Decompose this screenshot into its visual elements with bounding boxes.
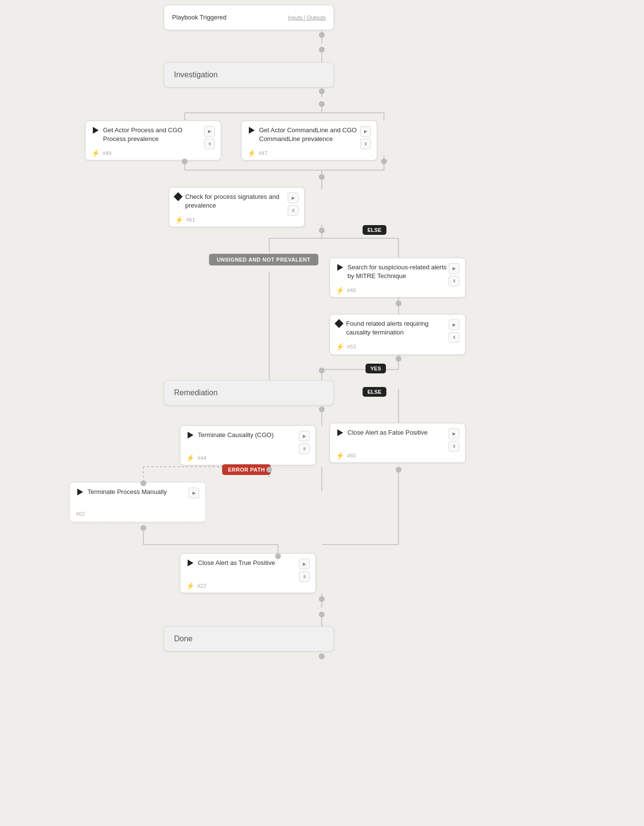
bolt-icon-6: ⚡ bbox=[186, 454, 194, 462]
inputs-outputs-link[interactable]: Inputs / Outputs bbox=[288, 15, 326, 20]
arrow-icon-4 bbox=[186, 431, 195, 439]
connector-dot-13 bbox=[266, 467, 272, 473]
remediation-node: Remediation bbox=[164, 380, 334, 405]
arrow-icon-5 bbox=[336, 428, 345, 437]
workflow-canvas: Playbook Triggered Inputs / Outputs Inve… bbox=[0, 0, 644, 826]
get-actor-commandline-node: Get Actor CommandLine and CGO CommandLin… bbox=[241, 121, 377, 160]
play-btn-3[interactable]: ▶ bbox=[288, 193, 298, 203]
search-suspicious-id: #46 bbox=[347, 287, 356, 293]
svg-marker-41 bbox=[337, 264, 343, 271]
found-related-alerts-label: Found related alerts requiring causality… bbox=[346, 319, 449, 337]
connector-dot-9 bbox=[396, 300, 401, 306]
pause-btn-4[interactable]: ⏸ bbox=[449, 276, 459, 286]
connector-dot-5 bbox=[182, 158, 188, 164]
diamond-icon-1 bbox=[175, 193, 181, 200]
close-true-positive-id: #22 bbox=[197, 583, 206, 589]
connector-dot-12 bbox=[319, 406, 325, 412]
pause-btn-5[interactable]: ⏸ bbox=[449, 332, 459, 343]
close-true-positive-label: Close Alert as True Positive bbox=[198, 559, 275, 567]
bolt-icon-1: ⚡ bbox=[91, 149, 100, 157]
connector-dot-7 bbox=[319, 174, 325, 180]
diamond-icon-2 bbox=[336, 320, 342, 327]
play-btn-5[interactable]: ▶ bbox=[449, 319, 459, 330]
playbook-triggered-node: Playbook Triggered Inputs / Outputs bbox=[164, 5, 334, 30]
connector-dot-15 bbox=[140, 525, 146, 531]
pause-btn-7[interactable]: ⏸ bbox=[449, 441, 459, 452]
get-actor-process-label: Get Actor Process and CGO Process preval… bbox=[103, 126, 204, 143]
connector-dot-18 bbox=[319, 596, 325, 602]
svg-marker-45 bbox=[188, 560, 193, 566]
check-process-signatures-node: Check for process signatures and prevale… bbox=[169, 187, 305, 227]
close-true-positive-node: Close Alert as True Positive ▶ ⏸ ⚡ #22 bbox=[180, 553, 316, 593]
connector-dot-17 bbox=[396, 467, 401, 473]
search-suspicious-label: Search for suspicious-related alerts by … bbox=[348, 263, 449, 281]
bolt-icon-4: ⚡ bbox=[336, 286, 344, 294]
get-actor-commandline-id: #47 bbox=[259, 150, 267, 156]
get-actor-process-node: Get Actor Process and CGO Process preval… bbox=[85, 121, 221, 160]
connector-dot-6 bbox=[381, 158, 387, 164]
play-btn-6[interactable]: ▶ bbox=[299, 431, 310, 441]
play-btn-7[interactable]: ▶ bbox=[449, 428, 459, 439]
unsigned-label: UNSIGNED AND NOT PREVALENT bbox=[209, 254, 318, 265]
terminate-causality-label: Terminate Causality (CGO) bbox=[198, 431, 274, 439]
terminate-causality-id: #44 bbox=[197, 455, 206, 461]
bolt-icon-8: ⚡ bbox=[186, 582, 194, 590]
connector-dot-19 bbox=[319, 612, 325, 617]
bolt-icon-7: ⚡ bbox=[336, 452, 344, 459]
arrow-icon-6 bbox=[76, 488, 85, 496]
bolt-icon-5: ⚡ bbox=[336, 343, 344, 351]
close-false-positive-id: #60 bbox=[347, 453, 356, 458]
play-btn-2[interactable]: ▶ bbox=[360, 126, 371, 137]
search-suspicious-node: Search for suspicious-related alerts by … bbox=[330, 258, 466, 298]
check-process-id: #61 bbox=[186, 217, 195, 223]
arrow-icon-1 bbox=[91, 126, 100, 135]
yes-badge: YES bbox=[366, 364, 386, 373]
else-badge-2: ELSE bbox=[363, 387, 386, 397]
svg-marker-43 bbox=[337, 429, 343, 436]
play-btn-8[interactable]: ▶ bbox=[189, 488, 199, 498]
play-btn-1[interactable]: ▶ bbox=[204, 126, 215, 137]
terminate-process-manually-id: #62 bbox=[76, 511, 85, 517]
connector-dot-4 bbox=[319, 101, 325, 107]
play-btn-9[interactable]: ▶ bbox=[299, 559, 310, 569]
bolt-icon-2: ⚡ bbox=[247, 149, 256, 157]
connector-dot-1 bbox=[319, 32, 325, 38]
svg-marker-40 bbox=[249, 127, 255, 134]
close-false-positive-node: Close Alert as False Positive ▶ ⏸ ⚡ #60 bbox=[330, 423, 466, 463]
found-related-alerts-node: Found related alerts requiring causality… bbox=[330, 314, 466, 355]
get-actor-process-id: #49 bbox=[103, 150, 111, 156]
terminate-process-manually-node: Terminate Process Manually ▶ #62 bbox=[70, 482, 206, 522]
pause-btn-1[interactable]: ⏸ bbox=[204, 139, 215, 149]
pause-btn-6[interactable]: ⏸ bbox=[299, 443, 310, 454]
connector-dot-3 bbox=[319, 88, 325, 94]
arrow-icon-2 bbox=[247, 126, 256, 135]
terminate-causality-node: Terminate Causality (CGO) ▶ ⏸ ⚡ #44 bbox=[180, 425, 316, 465]
arrow-icon-7 bbox=[186, 559, 195, 567]
get-actor-commandline-label: Get Actor CommandLine and CGO CommandLin… bbox=[259, 126, 360, 143]
connector-dot-10 bbox=[396, 356, 401, 362]
close-false-positive-label: Close Alert as False Positive bbox=[348, 428, 428, 437]
arrow-icon-3 bbox=[336, 263, 345, 272]
svg-marker-39 bbox=[93, 127, 99, 134]
done-node: Done bbox=[164, 626, 334, 651]
pause-btn-2[interactable]: ⏸ bbox=[360, 139, 371, 149]
terminate-process-manually-label: Terminate Process Manually bbox=[87, 488, 167, 496]
remediation-label: Remediation bbox=[174, 387, 218, 398]
check-process-signatures-label: Check for process signatures and prevale… bbox=[185, 193, 288, 210]
connector-dot-16 bbox=[275, 553, 281, 559]
connector-dot-14 bbox=[140, 480, 146, 486]
investigation-node: Investigation bbox=[164, 62, 334, 88]
svg-marker-42 bbox=[188, 432, 193, 439]
connector-dot-8 bbox=[319, 228, 325, 233]
unsigned-label-container: UNSIGNED AND NOT PREVALENT bbox=[209, 254, 318, 265]
pause-btn-3[interactable]: ⏸ bbox=[288, 205, 298, 216]
connector-dot-2 bbox=[319, 47, 325, 53]
play-btn-4[interactable]: ▶ bbox=[449, 263, 459, 274]
else-badge-1: ELSE bbox=[363, 225, 386, 235]
bolt-icon-3: ⚡ bbox=[175, 216, 183, 224]
found-related-alerts-id: #53 bbox=[347, 344, 356, 350]
pause-btn-9[interactable]: ⏸ bbox=[299, 571, 310, 582]
done-label: Done bbox=[174, 633, 192, 644]
svg-marker-44 bbox=[77, 489, 83, 495]
connector-dot-20 bbox=[319, 653, 325, 659]
